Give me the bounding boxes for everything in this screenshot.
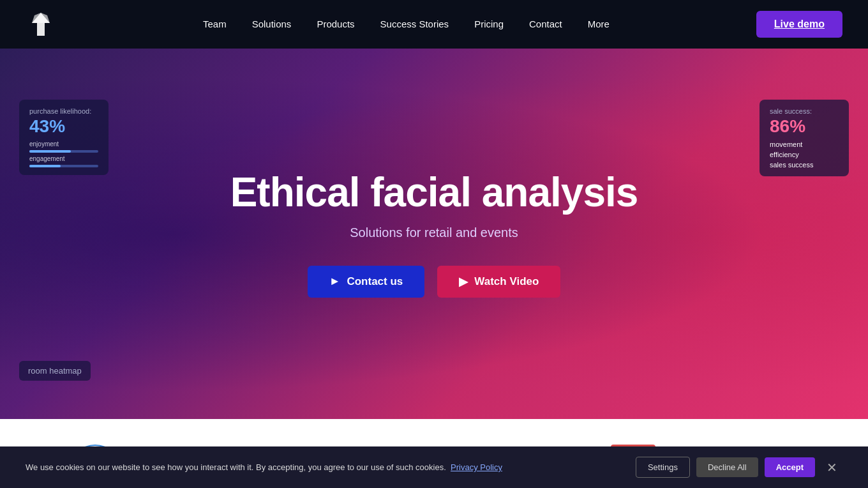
hero-subtitle: Solutions for retail and events [230, 225, 638, 240]
hero-ui-right-panel: sale success: 86% movement efficiency sa… [760, 100, 849, 176]
privacy-policy-link[interactable]: Privacy Policy [451, 462, 502, 472]
metric-enjoyment: enjoyment [29, 141, 98, 148]
hero-content: Ethical facial analysis Solutions for re… [230, 170, 638, 297]
hero-ui-left-panel: purchase likelihood: 43% enjoyment engag… [19, 100, 108, 175]
sale-success-value: 86% [770, 116, 839, 137]
cookie-decline-button[interactable]: Decline All [696, 457, 758, 477]
nav-item-pricing[interactable]: Pricing [461, 0, 516, 49]
cookie-buttons: Settings Decline All Accept ✕ [636, 457, 842, 478]
cookie-close-button[interactable]: ✕ [821, 457, 842, 478]
nav-item-products[interactable]: Products [304, 0, 367, 49]
watch-video-label: Watch Video [474, 275, 539, 288]
send-icon: ► [329, 275, 341, 288]
metric-movement: movement [770, 141, 839, 148]
nav-item-more[interactable]: More [575, 0, 622, 49]
nav-item-solutions[interactable]: Solutions [239, 0, 304, 49]
hero-title: Ethical facial analysis [230, 170, 638, 215]
sale-success-label: sale success: [770, 107, 839, 115]
metric-sales-success: sales success [770, 161, 839, 169]
live-demo-wrapper: Live demo [756, 11, 842, 38]
engagement-bar [29, 165, 98, 167]
cookie-accept-button[interactable]: Accept [765, 457, 815, 477]
enjoyment-bar [29, 150, 98, 153]
nav-links: Team Solutions Products Success Stories … [190, 0, 622, 49]
cookie-settings-button[interactable]: Settings [636, 457, 690, 478]
live-demo-button[interactable]: Live demo [756, 11, 842, 38]
play-icon: ▶ [459, 275, 468, 289]
metric-efficiency: efficiency [770, 151, 839, 158]
purchase-likelihood-label: purchase likelihood: [29, 107, 98, 115]
contact-us-button[interactable]: ► Contact us [308, 266, 425, 298]
navbar: Team Solutions Products Success Stories … [0, 0, 868, 49]
hero-buttons: ► Contact us ▶ Watch Video [230, 266, 638, 298]
purchase-likelihood-value: 43% [29, 116, 98, 137]
hero-section: purchase likelihood: 43% enjoyment engag… [0, 49, 868, 419]
logo[interactable] [26, 9, 56, 40]
nav-item-contact[interactable]: Contact [516, 0, 575, 49]
hero-ui-heatmap: room heatmap [19, 361, 91, 381]
metric-engagement: engagement [29, 155, 98, 162]
watch-video-button[interactable]: ▶ Watch Video [437, 266, 560, 298]
nav-item-team[interactable]: Team [190, 0, 239, 49]
cookie-banner: We use cookies on our website to see how… [0, 446, 868, 488]
nav-item-success-stories[interactable]: Success Stories [368, 0, 462, 49]
cookie-message: We use cookies on our website to see how… [26, 462, 628, 472]
contact-us-label: Contact us [347, 275, 403, 288]
